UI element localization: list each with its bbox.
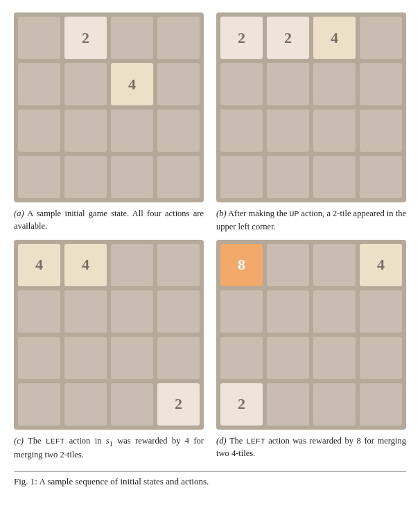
tile-b-3-3 — [360, 156, 402, 198]
tile-a-2-1 — [64, 109, 107, 152]
tile-d-1-2 — [313, 290, 356, 333]
game-board-b: 2 2 4 — [216, 12, 406, 202]
action-up: up — [290, 209, 299, 218]
tile-c-0-2 — [111, 244, 153, 286]
figure-a-label: (a) — [14, 209, 24, 218]
tile-a-3-0 — [18, 156, 60, 198]
tile-a-3-2 — [111, 156, 153, 198]
figure-b-label: (b) — [216, 209, 227, 218]
tile-b-0-2: 4 — [313, 17, 356, 59]
tile-d-2-1 — [267, 337, 309, 379]
figure-footer: Fig. 1: A sample sequence of initial sta… — [14, 471, 406, 487]
tile-a-1-3 — [157, 63, 200, 105]
tile-d-3-2 — [313, 383, 356, 426]
caption-b: (b) After making the up action, a 2-tile… — [216, 207, 406, 233]
figure-c: 4 4 2 (c) — [14, 240, 204, 462]
tile-d-3-3 — [360, 383, 402, 426]
game-board-a: 2 4 — [14, 12, 204, 202]
tile-d-2-3 — [360, 337, 402, 379]
tile-a-1-1 — [64, 63, 107, 105]
tile-b-0-3 — [360, 17, 402, 59]
figures-container: 2 4 (a) A sample i — [14, 12, 406, 487]
tile-b-0-1: 2 — [267, 17, 309, 59]
tile-c-2-3 — [157, 337, 200, 379]
tile-b-3-0 — [220, 156, 263, 198]
figure-b: 2 2 4 (b) — [216, 12, 406, 233]
tile-d-2-2 — [313, 337, 356, 379]
tile-a-1-2: 4 — [111, 63, 153, 105]
tile-c-2-0 — [18, 337, 60, 379]
tile-c-3-0 — [18, 383, 60, 426]
tile-a-0-3 — [157, 17, 200, 59]
figure-a: 2 4 (a) A sample i — [14, 12, 204, 233]
game-board-d: 8 4 2 — [216, 240, 406, 430]
tile-d-0-1 — [267, 244, 309, 286]
tile-d-0-2 — [313, 244, 356, 286]
tile-b-2-0 — [220, 109, 263, 152]
tile-b-1-0 — [220, 63, 263, 105]
tile-a-0-2 — [111, 17, 153, 59]
tile-d-3-1 — [267, 383, 309, 426]
tile-b-3-2 — [313, 156, 356, 198]
tile-c-1-1 — [64, 290, 107, 333]
tile-b-2-1 — [267, 109, 309, 152]
footer-text: Fig. 1: A sample sequence of initial sta… — [14, 476, 209, 487]
tile-c-1-2 — [111, 290, 153, 333]
tile-d-0-3: 4 — [360, 244, 402, 286]
action-left-c: left — [46, 437, 65, 446]
figures-bottom-row: 4 4 2 (c) — [14, 240, 406, 462]
tile-d-0-0: 8 — [220, 244, 263, 286]
tile-b-0-0: 2 — [220, 17, 263, 59]
game-board-c: 4 4 2 — [14, 240, 204, 430]
tile-c-0-3 — [157, 244, 200, 286]
caption-d: (d) The left action was rewarded by 8 fo… — [216, 435, 406, 460]
tile-a-3-3 — [157, 156, 200, 198]
tile-a-3-1 — [64, 156, 107, 198]
tile-c-1-3 — [157, 290, 200, 333]
tile-b-1-1 — [267, 63, 309, 105]
tile-a-1-0 — [18, 63, 60, 105]
tile-d-1-3 — [360, 290, 402, 333]
tile-c-2-1 — [64, 337, 107, 379]
tile-b-3-1 — [267, 156, 309, 198]
tile-d-1-0 — [220, 290, 263, 333]
figure-c-label: (c) — [14, 436, 24, 446]
caption-a: (a) A sample initial game state. All fou… — [14, 207, 204, 232]
tile-d-2-0 — [220, 337, 263, 379]
action-left-d: left — [246, 437, 265, 446]
tile-b-2-3 — [360, 109, 402, 152]
tile-d-3-0: 2 — [220, 383, 263, 426]
tile-c-2-2 — [111, 337, 153, 379]
tile-b-1-2 — [313, 63, 356, 105]
figure-d: 8 4 2 (d) — [216, 240, 406, 462]
tile-b-1-3 — [360, 63, 402, 105]
tile-a-2-3 — [157, 109, 200, 152]
tile-c-1-0 — [18, 290, 60, 333]
caption-c: (c) The left action in s1 was rewarded b… — [14, 435, 204, 462]
tile-a-2-0 — [18, 109, 60, 152]
tile-a-0-1: 2 — [64, 17, 107, 59]
tile-c-3-3: 2 — [157, 383, 200, 426]
figures-top-row: 2 4 (a) A sample i — [14, 12, 406, 233]
tile-c-0-1: 4 — [64, 244, 107, 286]
tile-d-1-1 — [267, 290, 309, 333]
figure-d-label: (d) — [216, 436, 227, 446]
tile-a-2-2 — [111, 109, 153, 152]
tile-a-0-0 — [18, 17, 60, 59]
tile-c-3-2 — [111, 383, 153, 426]
tile-b-2-2 — [313, 109, 356, 152]
tile-c-0-0: 4 — [18, 244, 60, 286]
tile-c-3-1 — [64, 383, 107, 426]
